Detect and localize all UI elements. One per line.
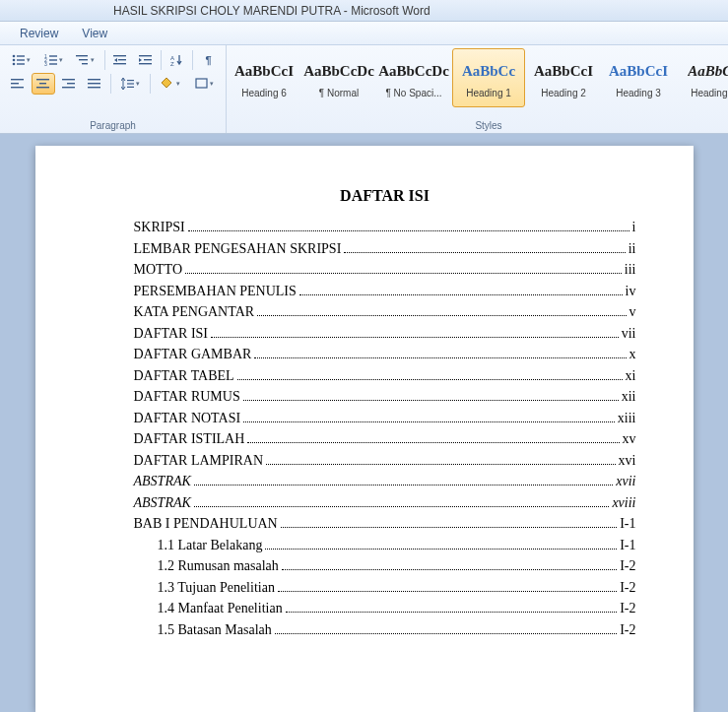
style-item-heading-3[interactable]: AaBbCcIHeading 3 [602, 48, 675, 107]
toc-page-number: I-2 [620, 559, 635, 573]
group-label-paragraph: Paragraph [6, 118, 220, 133]
toc-entry: DAFTAR GAMBARx [134, 348, 636, 361]
chevron-down-icon: ▾ [176, 80, 180, 88]
toc-page-number: I-1 [620, 517, 635, 531]
toc-leader-dots [286, 612, 618, 613]
svg-rect-11 [49, 63, 57, 64]
style-item-heading-2[interactable]: AaBbCcIHeading 2 [527, 48, 600, 107]
toc-page-number: xvii [616, 475, 635, 488]
style-preview: AaBbCc [462, 58, 515, 86]
chevron-down-icon: ▾ [136, 80, 140, 88]
decrease-indent-button[interactable] [109, 49, 132, 71]
tab-view[interactable]: View [82, 27, 107, 40]
svg-rect-30 [67, 83, 75, 84]
table-of-contents: SKRIPSIiLEMBAR PENGESAHAN SKRIPSIiiMOTTO… [134, 221, 636, 637]
toc-page-number: I-1 [620, 539, 635, 552]
toc-page-number: xvi [619, 454, 636, 468]
toc-leader-dots [281, 527, 617, 528]
bullets-button[interactable]: ▾ [6, 49, 36, 71]
style-item---no-spaci---[interactable]: AaBbCcDc¶ No Spaci... [377, 48, 450, 107]
style-item-heading-6[interactable]: AaBbCcIHeading 6 [228, 48, 300, 107]
toc-leader-dots [247, 442, 619, 443]
style-item---normal[interactable]: AaBbCcDc¶ Normal [302, 48, 375, 107]
toc-label: ABSTRAK [134, 475, 191, 488]
separator [192, 50, 193, 70]
line-spacing-button[interactable]: ▾ [115, 73, 147, 95]
numbering-button[interactable]: 123 ▾ [38, 49, 69, 71]
svg-point-2 [13, 59, 16, 62]
document-workspace[interactable]: DAFTAR ISI SKRIPSIiLEMBAR PENGESAHAN SKR… [0, 134, 728, 712]
svg-text:Z: Z [170, 61, 174, 66]
group-paragraph: ▾ 123 ▾ ▾ AZ [0, 45, 227, 133]
toc-entry: ABSTRAKxviii [134, 496, 636, 510]
style-item-heading-4[interactable]: AaBbCcHeading 4 [677, 48, 728, 107]
toc-page-number: vii [622, 327, 636, 341]
toc-page-number: xii [622, 390, 636, 404]
tab-review[interactable]: Review [20, 27, 58, 40]
chevron-down-icon: ▾ [59, 56, 63, 64]
toc-label: PERSEMBAHAN PENULIS [134, 285, 297, 298]
toc-label: 1.2 Rumusan masalah [158, 559, 279, 573]
svg-rect-13 [79, 59, 88, 60]
align-right-button[interactable] [57, 73, 81, 95]
group-label-styles: Styles [227, 118, 728, 133]
toc-page-number: ii [629, 242, 636, 256]
align-center-button[interactable] [32, 73, 55, 95]
svg-rect-37 [127, 87, 134, 88]
toc-entry: BAB I PENDAHULUANI-1 [134, 517, 636, 531]
toc-label: ABSTRAK [134, 496, 191, 510]
separator [161, 50, 162, 70]
style-preview: AaBbCcI [609, 58, 668, 86]
multilevel-list-button[interactable]: ▾ [70, 49, 100, 71]
toc-label: 1.3 Tujuan Penelitian [158, 581, 275, 595]
style-name: Heading 1 [466, 88, 511, 98]
document-heading: DAFTAR ISI [134, 187, 636, 205]
svg-rect-3 [17, 59, 25, 60]
toc-label: BAB I PENDAHULUAN [134, 517, 278, 531]
toc-label: DAFTAR TABEL [134, 369, 234, 383]
svg-rect-20 [139, 63, 152, 64]
toc-page-number: I-2 [620, 581, 635, 595]
toc-page-number: xv [623, 432, 636, 446]
ribbon-tabs: Review View [0, 22, 728, 45]
shading-button[interactable]: ▾ [155, 73, 186, 95]
chevron-down-icon: ▾ [27, 56, 31, 64]
toc-leader-dots [282, 569, 617, 570]
justify-button[interactable] [83, 73, 106, 95]
toc-leader-dots [188, 230, 629, 231]
toc-label: DAFTAR RUMUS [134, 390, 240, 404]
toc-leader-dots [243, 421, 615, 422]
style-preview: AaBbCcDc [378, 58, 449, 86]
toc-entry: DAFTAR ISTILAHxv [134, 432, 636, 446]
toc-leader-dots [243, 400, 619, 401]
toc-leader-dots [185, 273, 622, 274]
show-marks-button[interactable]: ¶ [197, 49, 220, 71]
svg-rect-1 [17, 55, 25, 56]
toc-entry: DAFTAR NOTASIxiii [134, 412, 636, 425]
toc-entry: 1.3 Tujuan PenelitianI-2 [134, 581, 636, 595]
svg-rect-17 [113, 63, 126, 64]
svg-rect-31 [62, 87, 75, 88]
toc-entry: DAFTAR ISIvii [134, 327, 636, 341]
svg-rect-23 [11, 79, 24, 80]
group-styles: AaBbCcIHeading 6AaBbCcDc¶ NormalAaBbCcDc… [227, 45, 728, 133]
increase-indent-button[interactable] [134, 49, 157, 71]
style-name: Heading 3 [616, 88, 661, 98]
sort-button[interactable]: AZ [165, 49, 188, 71]
align-left-button[interactable] [6, 73, 30, 95]
toc-leader-dots [299, 294, 623, 295]
style-item-heading-1[interactable]: AaBbCcHeading 1 [452, 48, 525, 107]
toc-label: MOTTO [134, 263, 183, 277]
svg-rect-36 [127, 83, 134, 84]
styles-gallery[interactable]: AaBbCcIHeading 6AaBbCcDc¶ NormalAaBbCcDc… [227, 48, 728, 107]
svg-rect-18 [139, 55, 152, 56]
toc-entry: DAFTAR LAMPIRANxvi [134, 454, 636, 468]
toc-entry: KATA PENGANTARv [134, 305, 636, 319]
svg-rect-19 [144, 59, 152, 60]
svg-rect-14 [82, 63, 88, 64]
toc-entry: DAFTAR TABELxi [134, 369, 636, 383]
borders-button[interactable]: ▾ [188, 73, 220, 95]
svg-rect-16 [118, 59, 126, 60]
toc-leader-dots [254, 357, 626, 358]
style-name: Heading 4 [691, 88, 728, 98]
